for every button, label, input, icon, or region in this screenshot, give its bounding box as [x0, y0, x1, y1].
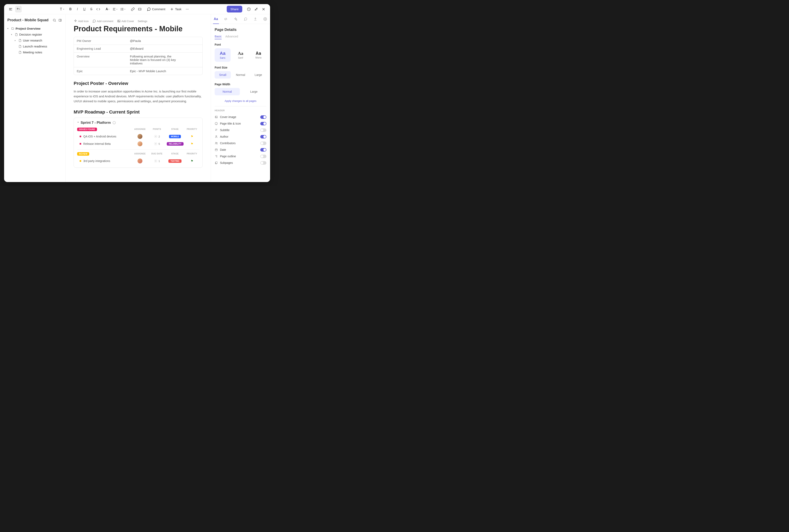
code-button[interactable] — [95, 6, 101, 13]
link-button[interactable] — [130, 6, 136, 13]
priority-flag[interactable]: ⚑ — [185, 159, 199, 163]
toggle-contributors: Contributors — [215, 140, 266, 147]
info-label: Epic — [74, 67, 127, 75]
width-large[interactable]: Large — [241, 88, 267, 95]
embed-button[interactable] — [136, 6, 143, 13]
size-small[interactable]: Small — [215, 71, 231, 78]
stage-pill[interactable]: MOBILE — [169, 135, 181, 138]
apply-all-link[interactable]: Apply changes to all pages — [215, 99, 266, 102]
size-normal[interactable]: Normal — [232, 71, 249, 78]
status-pill-issues[interactable]: ISSUES FOUND — [77, 128, 97, 131]
header-section-label: HEADER — [215, 109, 266, 112]
avatar[interactable] — [137, 134, 143, 139]
info-row[interactable]: PM Owner @Paula — [74, 37, 202, 45]
width-normal[interactable]: Normal — [215, 88, 240, 95]
tab-relations[interactable] — [221, 14, 231, 24]
toggle-switch[interactable] — [260, 161, 266, 165]
tree-item-meeting[interactable]: Meeting notes — [14, 49, 63, 55]
emoji-icon — [215, 122, 218, 126]
page-title[interactable]: Product Requirements - Mobile — [74, 24, 203, 33]
more-button[interactable] — [184, 6, 190, 13]
tab-comments[interactable] — [241, 14, 250, 24]
priority-flag[interactable]: ⚑ — [185, 135, 199, 138]
tree-item-launch[interactable]: Launch readiness — [14, 43, 63, 49]
svg-point-5 — [187, 9, 187, 10]
tab-typography[interactable]: Aa — [211, 14, 221, 24]
avatar[interactable] — [137, 141, 143, 146]
page-details-panel: Aa Page Details — [211, 14, 270, 182]
comment-button[interactable]: Comment — [145, 6, 167, 13]
roadmap-heading[interactable]: MVP Roadmap - Current Sprint — [74, 110, 203, 115]
sprint-header[interactable]: ⌃ Sprint 7 - Platform — [77, 121, 199, 125]
italic-button[interactable]: I — [74, 6, 81, 13]
toggle-switch[interactable] — [260, 122, 266, 126]
panel-toggle-icon[interactable] — [58, 18, 62, 22]
subtab-basic[interactable]: Basic — [215, 35, 222, 39]
toggle-switch[interactable] — [260, 135, 266, 138]
bullet-icon — [80, 136, 81, 137]
undo-button[interactable] — [15, 6, 22, 13]
stage-pill[interactable]: TESTING — [168, 159, 181, 163]
bullet-icon — [80, 143, 81, 145]
toggle-switch[interactable] — [260, 148, 266, 152]
tree-root[interactable]: ▾ Project Overview — [6, 25, 63, 32]
tab-settings[interactable] — [260, 14, 270, 24]
font-serif-option[interactable]: Aa Serif — [233, 48, 249, 62]
collapse-button[interactable] — [253, 6, 260, 13]
priority-flag[interactable]: ⚑ — [185, 142, 199, 146]
history-button[interactable] — [246, 6, 252, 13]
document-content: Add Icon Add comment Add Cover Settings … — [65, 14, 211, 182]
task-row[interactable]: Release internal Beta 5 RELIABILITY ⚑ — [77, 140, 199, 148]
info-row[interactable]: Engineering Lead @Edward — [74, 45, 202, 53]
add-icon-action[interactable]: Add Icon — [74, 19, 89, 23]
share-button[interactable]: Share — [227, 6, 242, 13]
align-dropdown[interactable]: ▾ — [111, 6, 119, 12]
sparkle-icon — [74, 19, 77, 23]
task-row[interactable]: 3rd party integrations 1 TESTING ⚑ — [77, 157, 199, 165]
bold-button[interactable]: B — [67, 6, 74, 13]
info-row[interactable]: Overview Following annual planning, the … — [74, 53, 202, 67]
strikethrough-button[interactable]: S — [88, 6, 95, 13]
poster-heading[interactable]: Project Poster - Overview — [74, 81, 203, 86]
add-comment-action[interactable]: Add comment — [92, 19, 113, 23]
settings-action[interactable]: Settings — [138, 19, 147, 23]
relations-icon — [224, 17, 227, 21]
close-button[interactable] — [260, 6, 267, 13]
toggle-subpages: Subpages — [215, 159, 266, 166]
add-cover-action[interactable]: Add Cover — [117, 19, 134, 23]
search-icon[interactable] — [53, 18, 56, 22]
tree-item-label: Decision register — [19, 33, 42, 36]
toggle-switch[interactable] — [260, 129, 266, 132]
toggle-switch[interactable] — [260, 115, 266, 119]
font-mono-option[interactable]: Aa Mono — [250, 48, 266, 62]
toggle-switch[interactable] — [260, 155, 266, 158]
size-large[interactable]: Large — [250, 71, 266, 78]
tab-ai[interactable] — [231, 14, 240, 24]
list-dropdown[interactable]: ▾ — [119, 6, 127, 12]
font-sans-option[interactable]: Aa Sans — [215, 48, 231, 62]
avatar[interactable] — [137, 158, 143, 164]
tree-item-decision[interactable]: ▾ Decision register — [10, 32, 63, 37]
tree-root-label: Project Overview — [16, 27, 40, 30]
underline-button[interactable]: U — [81, 6, 88, 13]
subtab-advanced[interactable]: Advanced — [225, 35, 238, 39]
tree-item-label: Launch readiness — [23, 44, 47, 48]
poster-body[interactable]: In order to increase user acquisition op… — [74, 89, 203, 104]
text-style-dropdown[interactable]: ▾ — [58, 6, 65, 12]
toggle-switch[interactable] — [260, 141, 266, 145]
toggle-cover-image: Cover image — [215, 114, 266, 120]
tab-export[interactable] — [250, 14, 260, 24]
svg-point-21 — [217, 142, 217, 143]
app-window: ▾ B I U S A▾ ▾ — [4, 4, 270, 182]
stage-pill[interactable]: RELIABILITY — [167, 142, 184, 146]
tree-item-research[interactable]: ▸ User research — [14, 37, 63, 43]
gear-icon — [154, 142, 157, 146]
svg-point-14 — [155, 160, 156, 162]
text-color-dropdown[interactable]: A▾ — [105, 6, 111, 12]
task-button[interactable]: Task — [168, 6, 184, 13]
info-table: PM Owner @Paula Engineering Lead @Edward… — [74, 37, 203, 75]
menu-button[interactable] — [7, 6, 14, 13]
task-row[interactable]: QA iOS + Android devices 2 MOBILE ⚑ — [77, 133, 199, 140]
info-row[interactable]: Epic Epic - MVP Mobile Launch — [74, 67, 202, 75]
status-pill-review[interactable]: REVIEW — [77, 152, 89, 156]
